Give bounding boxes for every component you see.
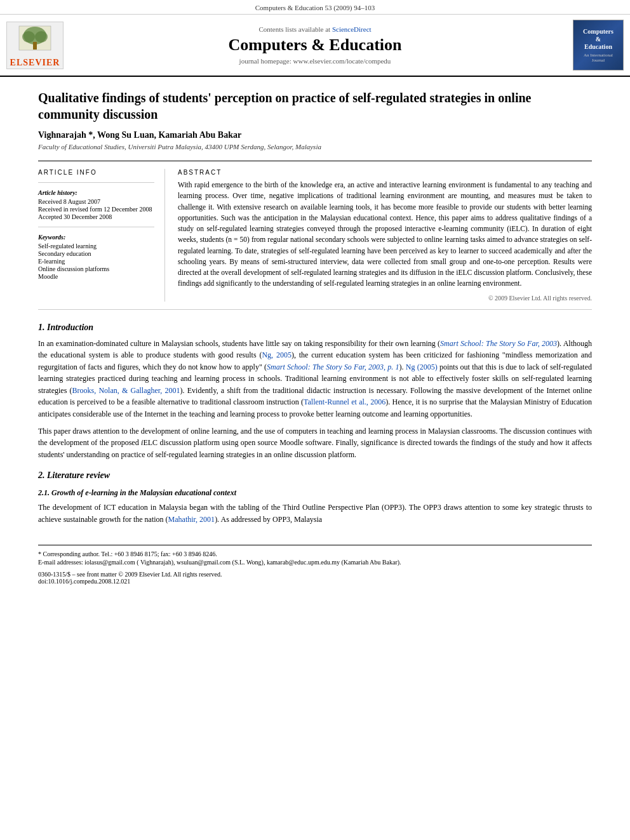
logo-right-title: Computers&Education (583, 28, 613, 51)
history-label: Article history: (38, 189, 154, 196)
journal-homepage: journal homepage: www.elsevier.com/locat… (70, 57, 560, 65)
ref-smartschool-2003-p1[interactable]: Smart School: The Story So Far, 2003, p.… (267, 363, 399, 371)
ref-smartschool-2003[interactable]: Smart School: The Story So Far, 2003 (440, 339, 557, 348)
litreview-paragraph-1: The development of ICT education in Mala… (38, 502, 592, 525)
history-item-3: Accepted 30 December 2008 (38, 213, 154, 220)
article-info-heading: ARTICLE INFO (38, 169, 154, 176)
ref-ng-2005-b[interactable]: Ng (2005) (406, 363, 438, 371)
keyword-5: Moodle (38, 273, 154, 280)
keyword-2: Secondary education (38, 250, 154, 257)
doi-line: doi:10.1016/j.compedu.2008.12.021 (38, 578, 592, 585)
authors: Vighnarajah *, Wong Su Luan, Kamariah Ab… (38, 130, 592, 140)
article-info-abstract-section: ARTICLE INFO Article history: Received 8… (38, 161, 592, 310)
journal-header: ELSEVIER Contents lists available at Sci… (0, 15, 630, 77)
elsevier-tree-icon (16, 23, 54, 58)
intro-paragraph-1: In an examination-dominated culture in M… (38, 338, 592, 420)
intro-section-title: 1. Introduction (38, 323, 592, 333)
keyword-3: E-learning (38, 258, 154, 265)
svg-rect-2 (33, 42, 37, 50)
corresponding-author-note: * Corresponding author. Tel.: +60 3 8946… (38, 550, 592, 557)
keyword-1: Self-regulated learning (38, 243, 154, 250)
abstract-heading: ABSTRACT (178, 169, 592, 176)
contents-available-text: Contents lists available at ScienceDirec… (70, 25, 560, 33)
main-content: Qualitative findings of students' percep… (0, 77, 630, 597)
journal-center-info: Contents lists available at ScienceDirec… (70, 25, 560, 65)
ref-ng-2005[interactable]: Ng, 2005 (262, 350, 292, 359)
affiliation: Faculty of Educational Studies, Universi… (38, 143, 592, 150)
journal-title: Computers & Education (70, 36, 560, 55)
sciencedirect-link[interactable]: ScienceDirect (332, 25, 372, 33)
issn-line: 0360-1315/$ – see front matter © 2009 El… (38, 571, 592, 578)
email-note: E-mail addresses: iolasus@gmail.com ( Vi… (38, 559, 592, 566)
journal-citation: Computers & Education 53 (2009) 94–103 (0, 0, 630, 15)
abstract-text: With rapid emergence to the birth of the… (178, 180, 592, 290)
intro-paragraph-2: This paper draws attention to the develo… (38, 425, 592, 461)
article-info-column: ARTICLE INFO Article history: Received 8… (38, 169, 165, 302)
svg-point-3 (22, 31, 35, 43)
history-item-2: Received in revised form 12 December 200… (38, 206, 154, 213)
history-item-1: Received 8 August 2007 (38, 198, 154, 205)
ref-mahathir-2001[interactable]: Mahathir, 2001 (168, 515, 215, 524)
copyright: © 2009 Elsevier Ltd. All rights reserved… (178, 295, 592, 302)
abstract-column: ABSTRACT With rapid emergence to the bir… (178, 169, 592, 302)
litreview-subsection-1: 2.1. Growth of e-learning in the Malaysi… (38, 488, 592, 498)
elsevier-wordmark: ELSEVIER (10, 58, 60, 68)
keywords-label: Keywords: (38, 234, 154, 241)
litreview-section-title: 2. Literature review (38, 470, 592, 481)
keyword-4: Online discussion platforms (38, 265, 154, 272)
logo-right-subtitle: An International Journal (577, 53, 620, 63)
elsevier-logo: ELSEVIER (6, 22, 64, 69)
article-title: Qualitative findings of students' percep… (38, 90, 592, 123)
journal-logo-right: Computers&Education An International Jou… (566, 20, 624, 70)
ref-tallent-2006[interactable]: Tallent-Runnel et al., 2006 (304, 397, 385, 406)
svg-point-4 (35, 31, 48, 43)
footer: * Corresponding author. Tel.: +60 3 8946… (38, 545, 592, 585)
ref-brooks-2001[interactable]: Brooks, Nolan, & Gallagher, 2001 (72, 386, 180, 395)
